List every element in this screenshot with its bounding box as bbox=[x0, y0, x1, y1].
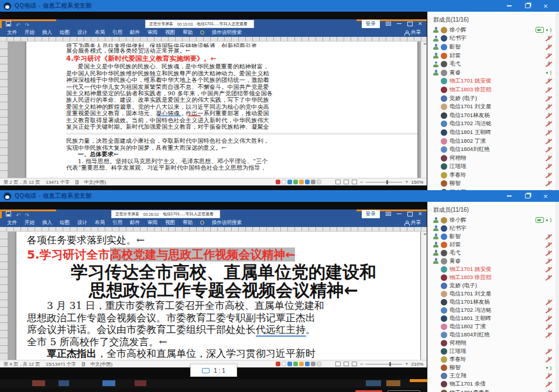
zoom-in-button[interactable] bbox=[405, 179, 408, 185]
member-row[interactable]: 毛弋 bbox=[428, 249, 559, 257]
ribbon-options-icon[interactable] bbox=[386, 212, 391, 216]
ribbon-tab[interactable]: 开始 bbox=[25, 219, 35, 226]
page-indicator[interactable]: 第 9 页，共 12 页 bbox=[4, 361, 40, 367]
scrollbar[interactable] bbox=[421, 232, 427, 360]
member-row[interactable]: 物工1701 余倩 bbox=[428, 380, 559, 388]
language-indicator[interactable]: 中文(中国) bbox=[91, 361, 112, 367]
qq-call-titlebar[interactable]: QQ电话 - 信息工程系党支部 bbox=[0, 0, 559, 12]
ribbon-tab[interactable]: 引用 bbox=[112, 29, 122, 36]
member-row[interactable]: 物工1701李青春 bbox=[428, 388, 559, 392]
ribbon-tab[interactable]: 视图 bbox=[165, 219, 175, 226]
zoom-slider[interactable] bbox=[366, 364, 402, 365]
ribbon-tab[interactable]: 布局 bbox=[95, 29, 105, 36]
save-icon[interactable] bbox=[6, 21, 11, 26]
ribbon-tab[interactable]: 帮助 bbox=[183, 29, 193, 36]
ribbon-tab[interactable]: 开始 bbox=[25, 29, 35, 36]
member-row[interactable]: 黄睿 bbox=[428, 68, 559, 77]
ribbon-tab[interactable]: 引用 bbox=[112, 219, 122, 226]
member-row[interactable]: 柳智 bbox=[428, 180, 559, 188]
proofing-icon[interactable] bbox=[82, 362, 85, 366]
member-row[interactable]: 电信1801 王朝晖 bbox=[428, 315, 559, 323]
word-restore-button[interactable] bbox=[407, 22, 413, 26]
document-area[interactable]: 各项任务要求落到实处。←5.学习研讨全市高校党建与思政工作视频会议精神←学习传达… bbox=[0, 232, 427, 360]
word-count[interactable]: 15/13471 个字 bbox=[46, 361, 76, 367]
zoom-level[interactable]: 210% bbox=[411, 362, 423, 367]
login-button[interactable]: 登录 bbox=[362, 210, 380, 218]
page-indicator[interactable]: 第 2 页，共 12 页 bbox=[4, 179, 40, 185]
close-button[interactable] bbox=[539, 192, 552, 200]
member-row[interactable]: 江瑶瑶 bbox=[428, 163, 559, 171]
member-row[interactable]: 纪书宇 bbox=[428, 35, 559, 43]
exit-button[interactable]: 退出 bbox=[355, 390, 382, 392]
zoom-level[interactable]: 150% bbox=[411, 180, 423, 185]
member-row[interactable]: 觉娇 (电子) bbox=[428, 94, 559, 103]
member-row[interactable]: 电信1802 丁潆 bbox=[428, 323, 559, 331]
ribbon-tab[interactable]: 帮助 bbox=[183, 219, 193, 226]
system-tray-icons[interactable] bbox=[276, 362, 321, 366]
ribbon-tab[interactable]: 绘图 bbox=[60, 219, 70, 226]
document-page[interactable]: 提下为商务人员往来提供便利，保持国际供应链物流畅通，创新招商引资、展会服务模式，… bbox=[26, 42, 417, 178]
ribbon-tab[interactable]: 文件 bbox=[7, 219, 17, 226]
tell-me-search[interactable]: 操作说明搜索 bbox=[212, 29, 242, 36]
member-row[interactable]: 电信1701林友杨 bbox=[428, 111, 559, 120]
word-minimize-button[interactable] bbox=[397, 23, 402, 24]
save-icon[interactable] bbox=[6, 211, 11, 216]
zoom-slider-thumb[interactable] bbox=[386, 180, 388, 184]
word-restore-button[interactable] bbox=[407, 212, 413, 216]
zoom-slider-thumb[interactable] bbox=[389, 362, 391, 366]
restore-button[interactable] bbox=[521, 2, 534, 10]
qq-call-titlebar[interactable]: QQ电话 - 信息工程系党支部 bbox=[0, 190, 559, 202]
ribbon-tab[interactable]: 插入 bbox=[42, 29, 52, 36]
original-size-button[interactable]: 1 : 1 bbox=[190, 364, 237, 377]
member-row[interactable]: 电信1702 冯洁铭 bbox=[428, 307, 559, 315]
member-row[interactable]: 电信1701林友杨 bbox=[428, 298, 559, 306]
print-layout-icon[interactable] bbox=[344, 180, 349, 184]
ribbon-tab[interactable]: 审阅 bbox=[148, 29, 157, 36]
word-close-button[interactable]: × bbox=[419, 211, 422, 217]
member-row[interactable]: 黄睿 bbox=[428, 257, 559, 265]
ribbon-tab[interactable]: 布局 bbox=[95, 219, 105, 226]
scrollbar[interactable] bbox=[421, 42, 427, 178]
member-row[interactable]: 纪书宇 bbox=[428, 224, 559, 232]
ribbon-tab[interactable]: 审阅 bbox=[148, 219, 157, 226]
web-layout-icon[interactable] bbox=[352, 180, 357, 184]
document-page[interactable]: 各项任务要求落到实处。←5.学习研讨全市高校党建与思政工作视频会议精神←学习传达… bbox=[16, 232, 420, 360]
minimize-button[interactable] bbox=[503, 192, 516, 200]
member-row[interactable]: 柳智 bbox=[428, 364, 559, 372]
zoom-out-button[interactable] bbox=[360, 179, 363, 185]
zoom-out-button[interactable] bbox=[360, 361, 363, 367]
ribbon-options-icon[interactable] bbox=[386, 22, 391, 26]
ribbon-tab[interactable]: 设计 bbox=[77, 219, 87, 226]
ribbon-tab[interactable]: 邮件 bbox=[130, 29, 140, 36]
member-row[interactable]: 毛弋 bbox=[428, 60, 559, 68]
member-row[interactable]: 邱雷 bbox=[428, 240, 559, 249]
zoom-in-button[interactable] bbox=[405, 361, 408, 367]
member-row[interactable]: 电信1702 冯洁铭 bbox=[428, 120, 559, 129]
member-row[interactable]: 江瑶瑶 bbox=[428, 348, 559, 356]
ribbon-tab[interactable]: 文件 bbox=[7, 29, 17, 36]
print-layout-icon[interactable] bbox=[344, 362, 349, 366]
member-row[interactable]: 李春玲 bbox=[428, 356, 559, 364]
ribbon-tab[interactable]: 绘图 bbox=[60, 29, 70, 36]
proofing-icon[interactable] bbox=[76, 180, 78, 184]
read-mode-icon[interactable] bbox=[335, 362, 341, 366]
zoom-slider[interactable] bbox=[366, 182, 402, 183]
word-close-button[interactable]: × bbox=[419, 20, 422, 27]
member-row[interactable]: 王立翔 bbox=[428, 372, 559, 380]
member-row[interactable]: 何栩翎 bbox=[428, 154, 559, 163]
read-mode-icon[interactable] bbox=[335, 180, 341, 184]
taskbar-thumbnails[interactable] bbox=[0, 379, 427, 388]
end-call-button[interactable]: 结束通... bbox=[387, 390, 420, 392]
member-row[interactable]: 物工1803 徐芸熙 bbox=[428, 273, 559, 281]
close-button[interactable] bbox=[539, 2, 552, 10]
member-row[interactable]: 徐小辉 bbox=[428, 216, 559, 224]
word-share-button[interactable]: 共享 bbox=[404, 29, 427, 36]
ribbon-tab[interactable]: 视图 bbox=[165, 29, 175, 36]
member-row[interactable]: 李春玲 bbox=[428, 171, 559, 180]
system-tray-icons[interactable] bbox=[276, 180, 321, 184]
member-row[interactable]: 何栩翎 bbox=[428, 339, 559, 348]
tell-me-search[interactable]: 操作说明搜索 bbox=[212, 219, 242, 226]
language-indicator[interactable]: 中文(中国) bbox=[84, 179, 106, 185]
minimize-button[interactable] bbox=[503, 2, 516, 10]
ribbon-tab[interactable]: 设计 bbox=[77, 29, 87, 36]
